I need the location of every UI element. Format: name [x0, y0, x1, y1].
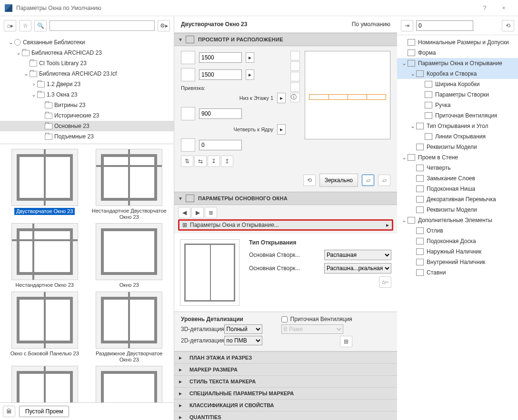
vent-detail-button[interactable]: ⊞: [340, 336, 352, 347]
mirror-button[interactable]: Зеркально: [319, 174, 358, 187]
help-button[interactable]: ?: [475, 0, 494, 16]
thumbnail-cell[interactable]: Раздвижное Двустворчатое Окно 23: [90, 292, 169, 363]
library-tree-row[interactable]: ⌄Связанные Библиотеки: [0, 37, 174, 48]
tree-twisty[interactable]: ⌄: [15, 49, 22, 56]
preview-mode-4[interactable]: [290, 82, 300, 92]
library-tree-row[interactable]: Подъемные 23: [0, 131, 174, 142]
nav-fwd-button[interactable]: ▶: [191, 207, 204, 218]
detail-3d-select[interactable]: Полный: [224, 324, 262, 334]
param-row[interactable]: ⌄Коробка и Створка: [397, 68, 518, 79]
nav-list-button[interactable]: ≣: [205, 207, 217, 218]
collapsed-section-head[interactable]: ▸ПЛАН ЭТАЖА И РАЗРЕЗ: [174, 352, 397, 363]
sash2-select[interactable]: Распашна...ркальная: [324, 263, 391, 273]
sub-path-selector[interactable]: ⊞ Параметры Окна и Открывание... ▸: [178, 219, 393, 231]
preview-mode-info[interactable]: ⓘ: [290, 93, 300, 102]
tree-twisty[interactable]: ⌄: [30, 91, 37, 98]
param-row[interactable]: ⌄Проем в Стене: [397, 152, 518, 163]
library-tree-row[interactable]: ›1.2 Двери 23: [0, 79, 174, 89]
flip-icon-4[interactable]: ↥: [221, 156, 233, 167]
flip-icon-2[interactable]: ⇆: [194, 156, 207, 167]
tree-twisty[interactable]: ⌄: [8, 39, 14, 46]
param-row[interactable]: Декоративная Перемычка: [397, 194, 518, 205]
tree-twisty[interactable]: ›: [30, 81, 37, 88]
section-preview-head[interactable]: ▾ ПРОСМОТР И РАСПОЛОЖЕНИЕ: [174, 33, 397, 46]
axon-button-2[interactable]: ▱: [378, 175, 390, 186]
thumbnail-panel[interactable]: Двустворчатое Окно 23Нестандартное Двуст…: [0, 144, 174, 402]
blank-opening-button[interactable]: Пустой Проем: [19, 406, 69, 417]
preview-mode-3[interactable]: [290, 72, 300, 81]
tree-twisty[interactable]: ⌄: [401, 217, 408, 224]
width-input[interactable]: [199, 52, 242, 63]
opening-diagram-button[interactable]: ⌂┄: [379, 276, 391, 288]
home-icon[interactable]: ⌂▸: [4, 20, 16, 31]
param-row[interactable]: Внутренний Наличник: [397, 257, 518, 267]
gear-icon[interactable]: ⚙▸: [158, 20, 170, 31]
param-row[interactable]: ⌄Дополнительные Элементы: [397, 215, 518, 225]
param-row[interactable]: Реквизиты Модели: [397, 142, 518, 152]
thumbnail-cell[interactable]: Двустворчатое Окно 23: [5, 149, 85, 220]
param-row[interactable]: Параметры Створки: [397, 89, 518, 100]
library-tree-row[interactable]: ⌄1.3 Окна 23: [0, 89, 174, 100]
thumbnail-cell[interactable]: [90, 366, 169, 402]
height-input[interactable]: [199, 69, 242, 80]
default-link[interactable]: По умолчанию: [352, 21, 390, 28]
param-row[interactable]: Приточная Вентиляция: [397, 110, 518, 121]
param-row[interactable]: Подоконная Доска: [397, 236, 518, 246]
favorite-icon[interactable]: ☆: [19, 20, 31, 31]
right-anchor-icon[interactable]: ⇥: [401, 20, 413, 31]
right-mirror-icon[interactable]: ⟲: [502, 20, 514, 31]
library-tree-row[interactable]: CI Tools Library 23: [0, 58, 174, 68]
param-row[interactable]: Замыкание Слоев: [397, 173, 518, 184]
flip-icon-3[interactable]: ↧: [208, 156, 220, 167]
param-row[interactable]: Отлив: [397, 225, 518, 236]
tree-twisty[interactable]: ⌄: [23, 70, 30, 77]
collapsed-section-head[interactable]: ▸КЛАССИФИКАЦИЯ И СВОЙСТВА: [174, 399, 397, 411]
param-row[interactable]: Четверть: [397, 163, 518, 173]
axon-button-1[interactable]: ▱: [362, 175, 374, 186]
tree-twisty[interactable]: ⌄: [409, 70, 416, 77]
thumbnail-cell[interactable]: Нестандартное Двустворчатое Окно 23: [90, 149, 169, 220]
sill-input[interactable]: [199, 108, 242, 119]
preview-viewport[interactable]: [305, 51, 390, 139]
right-num-input[interactable]: [416, 20, 473, 31]
tree-twisty[interactable]: ⌄: [409, 123, 416, 129]
library-tree-row[interactable]: Основные 23: [0, 121, 174, 131]
thumbnail-cell[interactable]: Окно с Боковой Панелью 23: [5, 292, 85, 363]
library-tree-row[interactable]: ⌄Библиотека ARCHICAD 23.lcf: [0, 68, 174, 79]
param-row[interactable]: Реквизиты Модели: [397, 205, 518, 215]
preview-mode-1[interactable]: [290, 51, 300, 60]
library-tree-row[interactable]: Исторические 23: [0, 110, 174, 121]
preview-mode-2[interactable]: [290, 61, 300, 71]
blank-opening-icon[interactable]: 🏛: [3, 406, 15, 417]
sash1-select[interactable]: Распашная: [324, 250, 391, 260]
param-row[interactable]: Ручка: [397, 100, 518, 110]
param-row[interactable]: ⌄Параметры Окна и Открывание: [397, 58, 518, 68]
thumbnail-cell[interactable]: Окно 23: [90, 223, 169, 288]
close-button[interactable]: ×: [494, 0, 513, 16]
param-row[interactable]: Наружный Наличник: [397, 246, 518, 257]
vent-checkbox[interactable]: [281, 316, 288, 322]
parameter-tree[interactable]: Номинальные Размеры и ДопускиФорма⌄Парам…: [397, 35, 518, 420]
param-row[interactable]: Форма: [397, 48, 518, 58]
tree-twisty[interactable]: ⌄: [401, 154, 408, 161]
collapsed-section-head[interactable]: ▸СПЕЦИАЛЬНЫЕ ПАРАМЕТРЫ МАРКЕРА: [174, 387, 397, 399]
section-main-head[interactable]: ▾ ПАРАМЕТРЫ ОСНОВНОГО ОКНА: [174, 192, 397, 205]
collapsed-section-head[interactable]: ▸СТИЛЬ ТЕКСТА МАРКЕРА: [174, 375, 397, 387]
tree-twisty[interactable]: ⌄: [401, 60, 408, 67]
mirror-icon[interactable]: ⟲: [303, 175, 316, 186]
param-row[interactable]: Ставни: [397, 267, 518, 278]
flip-icon-1[interactable]: ⇅: [181, 156, 193, 167]
param-row[interactable]: Номинальные Размеры и Допуски: [397, 37, 518, 48]
library-tree[interactable]: ⌄Связанные Библиотеки⌄Библиотека ARCHICA…: [0, 35, 174, 144]
library-tree-row[interactable]: ⌄Библиотека ARCHICAD 23: [0, 48, 174, 58]
thumbnail-cell[interactable]: [5, 366, 85, 402]
search-icon[interactable]: 🔍: [34, 20, 47, 31]
collapsed-section-head[interactable]: ▸QUANTITIES: [174, 411, 397, 420]
param-row[interactable]: Подоконная Ниша: [397, 184, 518, 194]
thumbnail-cell[interactable]: Нестандартное Окно 23: [5, 223, 85, 288]
search-input[interactable]: [50, 20, 155, 31]
width-more-button[interactable]: ▸: [246, 52, 254, 63]
height-more-button[interactable]: ▸: [246, 69, 254, 80]
collapsed-section-head[interactable]: ▸МАРКЕР РАЗМЕРА: [174, 363, 397, 375]
library-tree-row[interactable]: Витрины 23: [0, 100, 174, 110]
